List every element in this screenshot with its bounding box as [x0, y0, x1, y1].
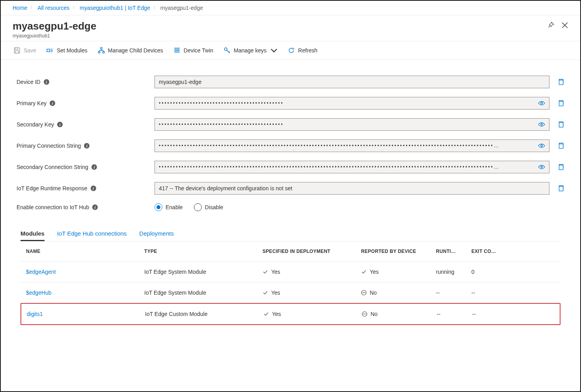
refresh-button[interactable]: Refresh	[287, 45, 318, 56]
table-row: $edgeAgent IoT Edge System Module Yes Ye…	[20, 262, 561, 282]
close-icon[interactable]	[561, 22, 568, 29]
enable-radio-label: Enable	[166, 204, 183, 210]
disable-radio-label: Disable	[205, 204, 223, 210]
svg-rect-17	[559, 187, 563, 191]
table-row: digits1 IoT Edge Custom Module Yes No --…	[20, 303, 561, 325]
secondary-key-label: Secondary Key	[17, 121, 54, 128]
svg-rect-16	[559, 165, 563, 170]
enable-conn-row: Enable connection to IoT Hub i Enable Di…	[17, 203, 564, 211]
svg-point-6	[102, 51, 104, 53]
module-exit: --	[471, 290, 511, 296]
info-icon[interactable]: i	[84, 143, 89, 149]
info-icon[interactable]: i	[91, 164, 97, 170]
tab-connections[interactable]: IoT Edge Hub connections	[57, 227, 127, 241]
eye-icon[interactable]	[538, 100, 545, 107]
module-name-link[interactable]: $edgeAgent	[26, 269, 144, 275]
eye-icon[interactable]	[538, 163, 545, 171]
svg-point-4	[101, 47, 102, 49]
col-type: TYPE	[144, 249, 263, 254]
module-runtime: running	[436, 269, 471, 275]
tabs: Modules IoT Edge Hub connections Deploym…	[20, 227, 561, 242]
primary-conn-label: Primary Connection String	[17, 143, 81, 149]
breadcrumb-link-home[interactable]: Home	[13, 5, 27, 11]
svg-rect-1	[15, 48, 18, 50]
save-icon	[13, 47, 20, 54]
eye-icon[interactable]	[538, 121, 545, 128]
primary-conn-row: Primary Connection String i ••••••••••••…	[17, 139, 564, 152]
radio-icon	[155, 203, 162, 211]
minus-circle-icon	[361, 290, 367, 295]
manage-child-devices-button[interactable]: Manage Child Devices	[97, 45, 164, 56]
breadcrumb-link-allresources[interactable]: All resources	[37, 5, 69, 11]
info-icon[interactable]: i	[92, 204, 98, 210]
primary-key-row: Primary Key i ••••••••••••••••••••••••••…	[17, 97, 564, 110]
refresh-label: Refresh	[298, 47, 317, 54]
primary-key-label: Primary Key	[17, 100, 47, 106]
copy-icon[interactable]	[557, 185, 564, 192]
runtime-response-field[interactable]: 417 -- The device's deployment configura…	[155, 182, 549, 195]
enable-radio[interactable]: Enable	[155, 203, 183, 211]
info-icon[interactable]: i	[57, 122, 63, 127]
info-icon[interactable]: i	[91, 186, 96, 191]
svg-rect-10	[559, 102, 563, 106]
secondary-key-row: Secondary Key i ••••••••••••••••••••••••…	[17, 118, 564, 131]
check-icon	[263, 269, 268, 275]
chevron-right-icon: 〉	[30, 5, 34, 11]
tab-deployments[interactable]: Deployments	[139, 227, 174, 241]
col-runtime: RUNTI…	[436, 249, 471, 254]
copy-icon[interactable]	[557, 142, 564, 149]
save-button: Save	[13, 45, 37, 56]
minus-circle-icon	[362, 311, 367, 317]
svg-rect-2	[15, 51, 19, 53]
key-icon	[223, 47, 231, 54]
device-id-field[interactable]: myasegpu1-edge	[155, 76, 549, 88]
device-id-row: Device ID i myasegpu1-edge	[17, 76, 564, 88]
primary-conn-field[interactable]: ••••••••••••••••••••••••••••••••••••••••…	[155, 139, 549, 152]
page-header: myasegpu1-edge myasegpuiothub1	[1, 15, 580, 41]
primary-key-field[interactable]: ••••••••••••••••••••••••••••••••••••••••…	[155, 97, 549, 110]
module-reported: No	[370, 290, 377, 296]
info-icon[interactable]: i	[50, 100, 55, 106]
svg-rect-3	[47, 49, 50, 52]
radio-icon	[194, 203, 202, 211]
pin-icon[interactable]	[547, 22, 554, 29]
info-icon[interactable]: i	[44, 79, 49, 85]
breadcrumb-link-iothub[interactable]: myasegpuiothub1 | IoT Edge	[80, 5, 150, 11]
copy-icon[interactable]	[557, 78, 564, 85]
modules-table: NAME TYPE SPECIFIED IN DEPLOYMENT REPORT…	[20, 242, 561, 325]
chevron-right-icon: 〉	[73, 5, 76, 11]
tab-modules[interactable]: Modules	[20, 227, 45, 241]
enable-conn-radio-group: Enable Disable	[155, 203, 223, 211]
hierarchy-icon	[98, 47, 105, 54]
copy-icon[interactable]	[557, 100, 564, 107]
svg-point-9	[541, 102, 543, 104]
svg-point-15	[541, 166, 543, 168]
manage-keys-button[interactable]: Manage keys	[223, 45, 278, 56]
copy-icon[interactable]	[557, 121, 564, 128]
refresh-icon	[288, 47, 295, 54]
col-exit: EXIT CO…	[471, 249, 511, 254]
module-name-link[interactable]: digits1	[27, 311, 145, 317]
copy-icon[interactable]	[557, 163, 564, 171]
save-label: Save	[24, 47, 36, 54]
device-twin-button[interactable]: Device Twin	[173, 45, 214, 56]
svg-rect-14	[559, 144, 563, 149]
manage-child-label: Manage Child Devices	[108, 47, 163, 54]
disable-radio[interactable]: Disable	[194, 203, 223, 211]
set-modules-button[interactable]: Set Modules	[46, 45, 88, 56]
eye-icon[interactable]	[538, 142, 545, 149]
secondary-conn-field[interactable]: ••••••••••••••••••••••••••••••••••••••••…	[155, 161, 549, 173]
module-exit: 0	[471, 269, 511, 275]
runtime-response-row: IoT Edge Runtime Response i 417 -- The d…	[17, 182, 564, 195]
secondary-key-field[interactable]: ••••••••••••••••••••••••••••••••••••••••…	[155, 118, 549, 131]
table-row: $edgeHub IoT Edge System Module Yes No -…	[20, 282, 561, 303]
svg-point-11	[541, 124, 543, 126]
module-name-link[interactable]: $edgeHub	[26, 290, 144, 296]
module-specified: Yes	[271, 290, 280, 296]
check-icon	[361, 269, 367, 275]
breadcrumb: Home 〉 All resources 〉 myasegpuiothub1 |…	[1, 1, 580, 15]
col-specified: SPECIFIED IN DEPLOYMENT	[263, 249, 361, 254]
chevron-down-icon	[270, 47, 277, 54]
module-specified: Yes	[271, 269, 280, 275]
module-runtime: --	[437, 311, 472, 317]
